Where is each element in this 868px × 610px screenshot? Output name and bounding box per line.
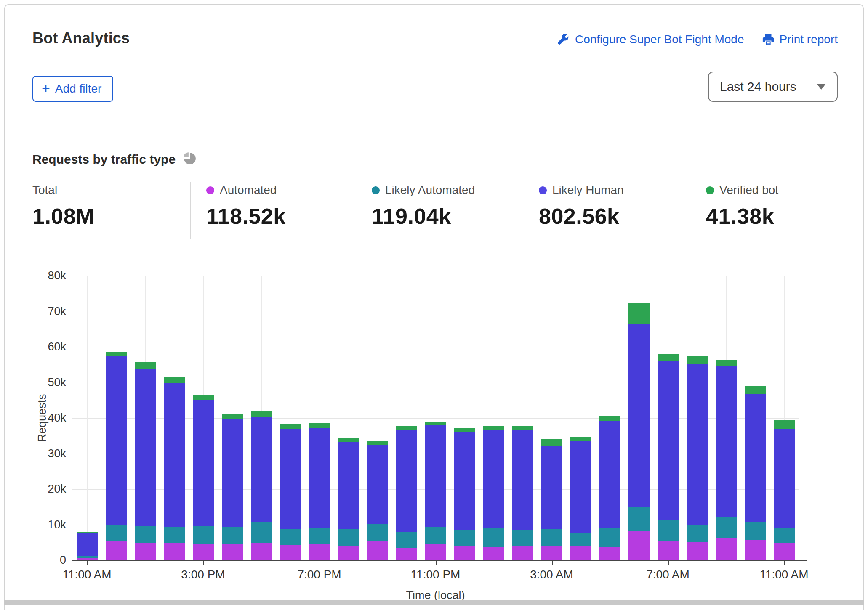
bar-segment-automated[interactable]	[687, 542, 708, 560]
bar-segment-likely-automated[interactable]	[599, 528, 620, 547]
bar-segment-verified-bot[interactable]	[135, 362, 156, 368]
bar-segment-automated[interactable]	[280, 545, 301, 560]
bar-segment-automated[interactable]	[135, 543, 156, 560]
bar-segment-verified-bot[interactable]	[570, 437, 591, 441]
bar-segment-automated[interactable]	[164, 543, 185, 560]
bar-segment-verified-bot[interactable]	[483, 426, 504, 430]
bar-segment-likely-human[interactable]	[541, 446, 562, 529]
bar-segment-automated[interactable]	[251, 543, 272, 560]
bar-segment-verified-bot[interactable]	[512, 426, 533, 430]
bar-segment-likely-human[interactable]	[774, 429, 795, 528]
bar-3:00 AM[interactable]	[541, 439, 562, 560]
bar-segment-automated[interactable]	[628, 531, 650, 560]
bar-segment-automated[interactable]	[367, 541, 388, 560]
bar-segment-likely-automated[interactable]	[222, 527, 243, 544]
bar-segment-likely-automated[interactable]	[687, 525, 708, 542]
bar-segment-likely-human[interactable]	[687, 364, 708, 525]
bar-segment-likely-human[interactable]	[309, 428, 330, 528]
bar-segment-verified-bot[interactable]	[309, 423, 330, 428]
bar-segment-verified-bot[interactable]	[280, 424, 301, 429]
bar-5:00 AM[interactable]	[599, 416, 620, 560]
bar-segment-likely-human[interactable]	[367, 445, 388, 524]
bar-segment-likely-human[interactable]	[483, 430, 504, 528]
bar-segment-likely-automated[interactable]	[425, 527, 446, 544]
bar-7:00 PM[interactable]	[309, 423, 330, 560]
bar-segment-likely-automated[interactable]	[164, 527, 185, 543]
bar-segment-likely-automated[interactable]	[774, 528, 795, 543]
bar-3:00 PM[interactable]	[193, 395, 214, 560]
bar-segment-likely-human[interactable]	[338, 442, 359, 529]
bar-7:00 AM[interactable]	[658, 354, 679, 560]
bar-segment-automated[interactable]	[745, 540, 766, 560]
bar-segment-automated[interactable]	[541, 546, 562, 560]
bar-segment-automated[interactable]	[396, 548, 417, 560]
bar-segment-verified-bot[interactable]	[164, 377, 185, 383]
bar-segment-automated[interactable]	[309, 544, 330, 560]
bar-segment-verified-bot[interactable]	[193, 395, 214, 400]
bar-segment-verified-bot[interactable]	[367, 441, 388, 445]
bar-segment-verified-bot[interactable]	[774, 420, 795, 429]
bar-segment-likely-human[interactable]	[570, 441, 591, 533]
bar-segment-likely-human[interactable]	[106, 356, 127, 525]
bar-segment-likely-automated[interactable]	[280, 529, 301, 545]
bar-segment-automated[interactable]	[454, 546, 475, 560]
bar-segment-likely-human[interactable]	[599, 421, 620, 528]
bar-segment-verified-bot[interactable]	[541, 439, 562, 446]
bar-segment-likely-human[interactable]	[193, 400, 214, 526]
bar-segment-automated[interactable]	[716, 538, 737, 560]
bar-segment-likely-automated[interactable]	[106, 525, 127, 542]
bar-segment-automated[interactable]	[599, 547, 620, 560]
bar-8:00 AM[interactable]	[687, 356, 708, 560]
bar-segment-verified-bot[interactable]	[599, 416, 620, 421]
bar-12:00 PM[interactable]	[106, 352, 127, 560]
bar-segment-verified-bot[interactable]	[396, 426, 417, 430]
bar-segment-likely-automated[interactable]	[570, 533, 591, 546]
bar-segment-likely-human[interactable]	[135, 369, 156, 526]
bar-segment-likely-automated[interactable]	[251, 522, 272, 543]
bar-segment-likely-human[interactable]	[745, 394, 766, 522]
bar-segment-automated[interactable]	[106, 541, 127, 560]
bar-segment-automated[interactable]	[425, 544, 446, 560]
bar-segment-automated[interactable]	[774, 543, 795, 560]
bar-2:00 PM[interactable]	[164, 377, 185, 560]
bar-segment-likely-human[interactable]	[454, 432, 475, 530]
bar-1:00 PM[interactable]	[135, 362, 156, 560]
bar-10:00 AM[interactable]	[745, 386, 766, 560]
bar-segment-likely-human[interactable]	[251, 417, 272, 522]
bar-4:00 AM[interactable]	[570, 437, 591, 560]
bar-segment-likely-automated[interactable]	[628, 507, 650, 531]
bar-1:00 AM[interactable]	[483, 426, 504, 560]
bar-segment-automated[interactable]	[512, 546, 533, 560]
bar-4:00 PM[interactable]	[222, 414, 243, 560]
bar-segment-automated[interactable]	[338, 546, 359, 560]
bar-segment-likely-human[interactable]	[425, 425, 446, 528]
bar-segment-likely-automated[interactable]	[396, 532, 417, 547]
bar-segment-likely-automated[interactable]	[512, 530, 533, 546]
bar-8:00 PM[interactable]	[338, 438, 359, 560]
bar-segment-verified-bot[interactable]	[222, 414, 243, 419]
bar-12:00 AM[interactable]	[454, 428, 475, 560]
bar-segment-likely-human[interactable]	[280, 429, 301, 529]
bar-segment-likely-human[interactable]	[628, 324, 650, 506]
bar-2:00 AM[interactable]	[512, 426, 533, 560]
bar-segment-verified-bot[interactable]	[745, 386, 766, 394]
bar-segment-verified-bot[interactable]	[454, 428, 475, 432]
bar-segment-automated[interactable]	[483, 547, 504, 560]
bar-11:00 AM[interactable]	[774, 420, 795, 560]
bar-11:00 AM[interactable]	[77, 532, 98, 560]
bar-segment-likely-human[interactable]	[716, 366, 737, 517]
bar-segment-likely-human[interactable]	[396, 430, 417, 532]
bar-segment-verified-bot[interactable]	[628, 303, 650, 324]
bar-9:00 AM[interactable]	[716, 360, 737, 560]
bar-11:00 PM[interactable]	[425, 422, 446, 560]
bar-segment-likely-automated[interactable]	[483, 528, 504, 547]
bar-segment-likely-automated[interactable]	[658, 520, 679, 541]
bar-segment-likely-human[interactable]	[77, 533, 98, 556]
bar-segment-verified-bot[interactable]	[106, 352, 127, 356]
bar-segment-likely-human[interactable]	[222, 419, 243, 527]
bar-segment-likely-human[interactable]	[512, 430, 533, 530]
bar-segment-likely-automated[interactable]	[745, 522, 766, 540]
bar-segment-automated[interactable]	[570, 546, 591, 560]
bar-segment-likely-automated[interactable]	[338, 529, 359, 546]
bar-6:00 AM[interactable]	[628, 303, 650, 560]
